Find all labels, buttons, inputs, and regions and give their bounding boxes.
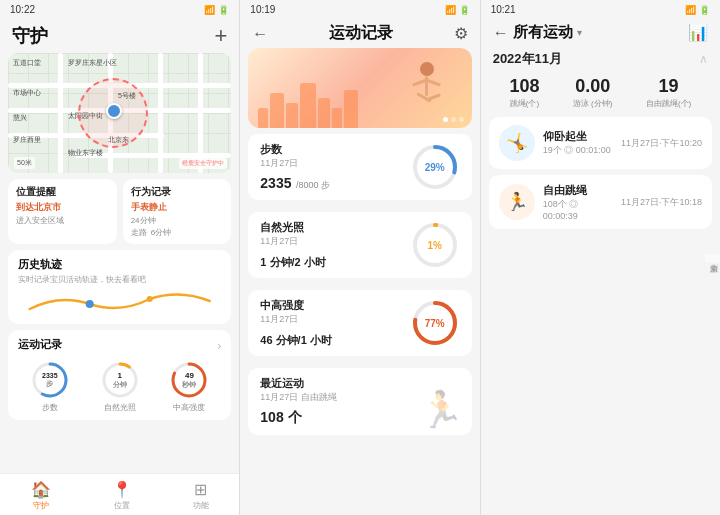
location-reminder-card[interactable]: 位置提醒 到达北京市 进入安全区域 <box>8 179 117 244</box>
history-path <box>18 289 221 317</box>
history-section[interactable]: 历史轨迹 实时记录宝贝活动轨迹，快去看看吧 <box>8 250 231 324</box>
nav-location[interactable]: 📍 位置 <box>112 480 132 511</box>
jumprope-icon: 🏃 <box>506 191 528 213</box>
map-label: 五道口堂 <box>13 58 41 68</box>
all-exercise-panel: 10:21 📶 🔋 ← 所有运动 ▾ 📊 2022年11月 ∧ 108 跳绳(个… <box>481 0 720 515</box>
status-icons-3: 📶 🔋 <box>685 5 710 15</box>
jumprope-detail: 108个 ◎ 00:00:39 <box>543 198 613 221</box>
intensity-card-name: 中高强度 <box>260 298 409 313</box>
location-title: 位置提醒 <box>16 185 109 199</box>
situp-icon: 🤸 <box>506 132 528 154</box>
light-unit: 分钟 <box>113 381 127 389</box>
exercise-banner <box>248 48 471 128</box>
map-label: 市场中心 <box>13 88 41 98</box>
light-pct: 1% <box>410 220 460 270</box>
steps-label: 步数 <box>42 402 58 413</box>
behavior-sub1: 24分钟 <box>131 215 224 226</box>
panel3-title: 所有运动 <box>513 23 573 42</box>
dropdown-arrow-icon[interactable]: ▾ <box>577 27 582 38</box>
exercise-decoration: 🏃 <box>419 389 464 431</box>
intensity-card-value: 46 分钟/1 小时 <box>260 334 332 346</box>
info-cards: 位置提醒 到达北京市 进入安全区域 行为记录 手表静止 24分钟 走路 6分钟 <box>0 173 239 250</box>
banner-dots <box>443 117 464 122</box>
intensity-value: 49 <box>185 372 194 381</box>
situp-icon-wrap: 🤸 <box>499 125 535 161</box>
behavior-record-card[interactable]: 行为记录 手表静止 24分钟 走路 6分钟 <box>123 179 232 244</box>
activity-list: 🤸 仰卧起坐 19个 ◎ 00:01:00 11月27日·下午10:20 🏃 自… <box>481 117 720 515</box>
panel2-header: ← 运动记录 ⚙ <box>240 19 479 48</box>
guardian-panel: 10:22 📶 🔋 守护 + 五道口堂 罗罗庄东星小区 市场中心 5号楼 <box>0 0 239 515</box>
light-value: 1 <box>117 372 121 381</box>
intensity-card[interactable]: 中高强度 11月27日 46 分钟/1 小时 77% <box>248 290 471 356</box>
map[interactable]: 五道口堂 罗罗庄东星小区 市场中心 5号楼 太阳园中街 慧兴 罗庄西里 北京东 … <box>8 53 231 173</box>
behavior-sub3: 6分钟 <box>151 227 171 238</box>
jumprope-time: 11月27日·下午10:18 <box>621 196 702 209</box>
behavior-sub2: 走路 <box>131 227 147 238</box>
jumprope-value: 108 <box>509 76 539 97</box>
activity-item-situp[interactable]: 🤸 仰卧起坐 19个 ◎ 00:01:00 11月27日·下午10:20 <box>489 117 712 169</box>
summary-swim: 0.00 游泳 (分钟) <box>573 76 613 109</box>
month-collapse-icon[interactable]: ∧ <box>699 52 708 66</box>
steps-card[interactable]: 步数 11月27日 2335 /8000 步 29% <box>248 134 471 200</box>
grid-icon: ⊞ <box>194 480 207 499</box>
recent-exercise-card[interactable]: 最近运动 11月27日 自由跳绳 108 个 🏃 <box>248 368 471 435</box>
time-3: 10:21 <box>491 4 516 15</box>
add-button[interactable]: + <box>214 23 227 49</box>
steps-card-value: 2335 <box>260 175 291 191</box>
back-button-3[interactable]: ← <box>493 24 509 42</box>
jumprope-unit: 跳绳(个) <box>509 98 539 109</box>
jumprope-info: 自由跳绳 108个 ◎ 00:00:39 <box>543 183 613 221</box>
location-sub: 进入安全区域 <box>16 215 109 226</box>
exercise-section[interactable]: 运动记录 › 2335 步 步数 <box>8 330 231 420</box>
free-unit: 自由跳绳(个) <box>646 98 691 109</box>
map-label: 罗庄西里 <box>13 135 41 145</box>
metric-steps: 2335 步 步数 <box>30 360 70 413</box>
month-label: 2022年11月 <box>493 50 562 68</box>
swim-value: 0.00 <box>573 76 613 97</box>
steps-value: 2335 <box>42 372 58 380</box>
steps-card-date: 11月27日 <box>260 157 409 170</box>
history-title: 历史轨迹 <box>18 257 221 272</box>
panel1-title: 守护 <box>12 24 48 48</box>
chart-icon[interactable]: 📊 <box>688 23 708 42</box>
status-icons-1: 📶 🔋 <box>204 5 229 15</box>
light-card[interactable]: 自然光照 11月27日 1 分钟/2 小时 1% <box>248 212 471 278</box>
home-icon: 🏠 <box>31 480 51 499</box>
status-icons-2: 📶 🔋 <box>445 5 470 15</box>
nav-home-label: 守护 <box>33 500 49 511</box>
time-1: 10:22 <box>10 4 35 15</box>
intensity-label: 中高强度 <box>173 402 205 413</box>
exercise-arrow-icon[interactable]: › <box>217 339 221 353</box>
settings-icon[interactable]: ⚙ <box>454 24 468 43</box>
safezone-label: 橙鹿安全守护中 <box>179 158 227 169</box>
panel2-title: 运动记录 <box>329 23 393 44</box>
activity-item-jumprope[interactable]: 🏃 自由跳绳 108个 ◎ 00:00:39 11月27日·下午10:18 <box>489 175 712 229</box>
light-label: 自然光照 <box>104 402 136 413</box>
situp-info: 仰卧起坐 19个 ◎ 00:01:00 <box>543 129 613 157</box>
situp-time: 11月27日·下午10:20 <box>621 137 702 150</box>
behavior-title: 行为记录 <box>131 185 224 199</box>
back-button[interactable]: ← <box>252 25 268 43</box>
light-card-date: 11月27日 <box>260 235 409 248</box>
nav-function-label: 功能 <box>193 500 209 511</box>
steps-unit: 步 <box>46 380 53 388</box>
summary-free: 19 自由跳绳(个) <box>646 76 691 109</box>
light-card-value: 1 分钟/2 小时 <box>260 256 325 268</box>
nav-function[interactable]: ⊞ 功能 <box>193 480 209 511</box>
nav-location-label: 位置 <box>114 500 130 511</box>
steps-card-name: 步数 <box>260 142 409 157</box>
map-label: 慧兴 <box>13 113 27 123</box>
status-bar-1: 10:22 📶 🔋 <box>0 0 239 19</box>
summary-jumprope: 108 跳绳(个) <box>509 76 539 109</box>
svg-point-1 <box>147 296 153 302</box>
history-sub: 实时记录宝贝活动轨迹，快去看看吧 <box>18 274 221 285</box>
status-bar-2: 10:19 📶 🔋 <box>240 0 479 19</box>
intensity-pct: 77% <box>410 298 460 348</box>
map-label: 罗罗庄东星小区 <box>68 58 117 68</box>
nav-home[interactable]: 🏠 守护 <box>31 480 51 511</box>
location-icon: 📍 <box>112 480 132 499</box>
situp-detail: 19个 ◎ 00:01:00 <box>543 144 613 157</box>
light-card-name: 自然光照 <box>260 220 409 235</box>
recent-value: 108 个 <box>260 409 301 425</box>
time-2: 10:19 <box>250 4 275 15</box>
